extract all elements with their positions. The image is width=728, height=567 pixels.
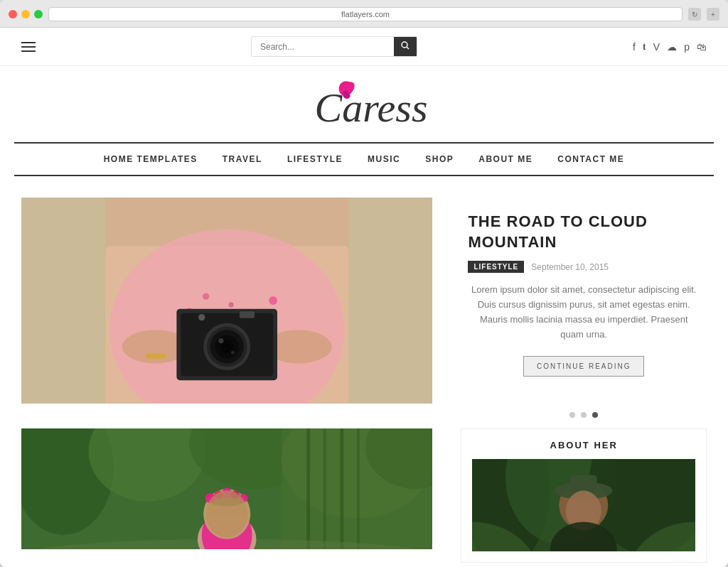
hamburger-menu[interactable] — [21, 42, 36, 52]
svg-rect-37 — [306, 428, 310, 549]
featured-image — [21, 198, 432, 404]
category-badge[interactable]: LIFESTYLE — [468, 261, 524, 273]
about-image — [472, 459, 695, 551]
main-content: THE ROAD TO CLOUD MOUNTAIN LIFESTYLE Sep… — [0, 176, 728, 428]
nav-travel[interactable]: TRAVEL — [223, 154, 262, 164]
nav-about-me[interactable]: ABOUT ME — [478, 154, 532, 164]
featured-post-info-col: THE ROAD TO CLOUD MOUNTAIN LIFESTYLE Sep… — [432, 198, 707, 428]
featured-image-svg — [21, 198, 432, 404]
slider-dots — [461, 405, 707, 428]
twitter-icon[interactable]: 𝐭 — [643, 40, 646, 53]
browser-chrome: flatlayers.com ↻ + — [0, 0, 728, 28]
second-image-svg — [21, 428, 432, 549]
search-button[interactable] — [394, 37, 417, 56]
svg-rect-29 — [348, 198, 432, 404]
vimeo-icon[interactable]: V — [653, 41, 660, 53]
svg-point-9 — [229, 302, 234, 307]
page-content: f 𝐭 V ☁ p 🛍 Caress HOME TEMPLAT — [0, 28, 728, 567]
second-post-image — [21, 428, 432, 549]
soundcloud-icon[interactable]: ☁ — [667, 41, 677, 53]
svg-point-0 — [402, 42, 407, 48]
second-row: ABOUT HER — [0, 428, 728, 563]
new-tab-button[interactable]: + — [707, 8, 719, 21]
search-bar — [251, 36, 417, 57]
social-icons: f 𝐭 V ☁ p 🛍 — [633, 40, 707, 53]
svg-point-51 — [206, 491, 248, 538]
about-widget: ABOUT HER — [461, 428, 707, 563]
nav-lifestyle[interactable]: LIFESTYLE — [287, 154, 343, 164]
about-widget-title: ABOUT HER — [472, 440, 695, 450]
nav-music[interactable]: MUSIC — [368, 154, 400, 164]
svg-rect-25 — [240, 311, 255, 318]
nav-contact-me[interactable]: CONTACT ME — [557, 154, 624, 164]
svg-point-23 — [218, 338, 223, 343]
browser-window: flatlayers.com ↻ + f 𝐭 V — [0, 0, 728, 567]
about-widget-col: ABOUT HER — [432, 428, 707, 563]
continue-reading-button[interactable]: CONTINUE READING — [523, 356, 645, 377]
close-button[interactable] — [9, 10, 17, 18]
post-excerpt: Lorem ipsum dolor sit amet, consectetur … — [468, 283, 700, 342]
top-bar: f 𝐭 V ☁ p 🛍 — [0, 28, 728, 66]
search-input[interactable] — [252, 38, 394, 56]
fullscreen-button[interactable] — [34, 10, 43, 18]
svg-rect-38 — [323, 428, 326, 549]
svg-point-11 — [269, 296, 277, 305]
post-title: THE ROAD TO CLOUD MOUNTAIN — [468, 212, 700, 252]
post-meta: LIFESTYLE September 10, 2015 — [468, 261, 700, 273]
post-date: September 10, 2015 — [531, 262, 609, 272]
traffic-lights — [9, 10, 43, 18]
address-bar[interactable]: flatlayers.com — [48, 7, 682, 21]
slider-dot-2[interactable] — [581, 412, 587, 418]
minimize-button[interactable] — [21, 10, 30, 18]
svg-point-26 — [198, 314, 205, 320]
logo-area: Caress — [0, 66, 728, 142]
post-info: THE ROAD TO CLOUD MOUNTAIN LIFESTYLE Sep… — [461, 198, 707, 405]
site-logo[interactable]: Caress — [301, 84, 428, 131]
refresh-button[interactable]: ↻ — [688, 8, 701, 21]
slider-dot-3[interactable] — [592, 412, 598, 418]
svg-rect-39 — [341, 428, 344, 549]
svg-rect-40 — [357, 428, 360, 549]
second-post-image-col — [21, 428, 432, 563]
main-navigation: HOME TEMPLATES TRAVEL LIFESTYLE MUSIC SH… — [14, 142, 714, 176]
svg-line-1 — [407, 47, 409, 49]
facebook-icon[interactable]: f — [633, 41, 636, 53]
svg-point-24 — [231, 351, 235, 355]
svg-rect-27 — [146, 353, 166, 358]
post-actions: CONTINUE READING — [468, 356, 700, 391]
cart-icon[interactable]: 🛍 — [697, 41, 707, 53]
nav-shop[interactable]: SHOP — [425, 154, 454, 164]
svg-point-7 — [203, 293, 209, 299]
nav-home-templates[interactable]: HOME TEMPLATES — [104, 154, 198, 164]
search-icon — [401, 41, 410, 50]
slider-dot-1[interactable] — [569, 412, 575, 418]
svg-rect-58 — [570, 475, 597, 493]
svg-rect-28 — [21, 198, 105, 404]
featured-post-image-col — [21, 198, 432, 428]
pinterest-icon[interactable]: p — [684, 41, 690, 53]
about-image-svg — [472, 459, 695, 551]
